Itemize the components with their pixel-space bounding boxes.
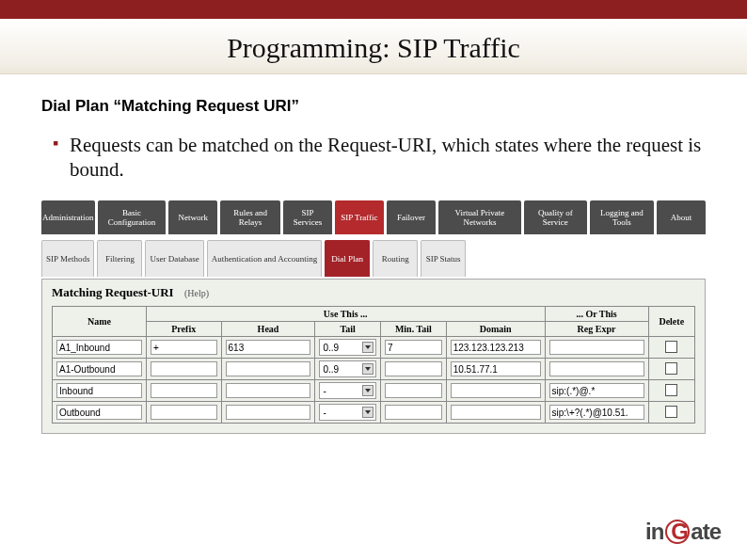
nav-failover[interactable]: Failover bbox=[387, 200, 436, 234]
regexpr-input[interactable] bbox=[549, 361, 644, 376]
domain-input[interactable] bbox=[451, 405, 541, 420]
col-prefix: Prefix bbox=[146, 322, 221, 337]
embedded-admin-ui: Administration Basic Configuration Netwo… bbox=[41, 200, 706, 434]
tab-filtering[interactable]: Filtering bbox=[97, 240, 142, 277]
delete-checkbox[interactable] bbox=[665, 406, 677, 418]
request-uri-table: Name Use This ... ... Or This Delete Pre… bbox=[52, 306, 695, 424]
tab-sip-status[interactable]: SIP Status bbox=[421, 240, 466, 277]
domain-input[interactable] bbox=[451, 340, 541, 355]
nav-administration[interactable]: Administration bbox=[41, 200, 95, 234]
col-group-use-this: Use This ... bbox=[146, 307, 545, 322]
head-input[interactable] bbox=[226, 383, 311, 398]
logo-suffix: ate bbox=[691, 519, 721, 544]
prefix-input[interactable] bbox=[151, 383, 217, 398]
tail-select[interactable]: 0..9 bbox=[319, 339, 376, 356]
tab-sip-methods[interactable]: SIP Methods bbox=[41, 240, 94, 277]
panel-title: Matching Request-URI (Help) bbox=[52, 285, 695, 300]
bullet-item: ▪ Requests can be matched on the Request… bbox=[53, 133, 706, 182]
logo-prefix: in bbox=[645, 519, 663, 544]
name-input[interactable] bbox=[56, 340, 142, 355]
slide-subtitle: Dial Plan “Matching Request URI” bbox=[41, 97, 706, 116]
col-name: Name bbox=[53, 307, 147, 337]
min-tail-input[interactable] bbox=[385, 383, 442, 398]
matching-request-uri-panel: Matching Request-URI (Help) Name Use Thi… bbox=[41, 279, 706, 434]
nav-vpn[interactable]: Virtual Private Networks bbox=[438, 200, 521, 234]
col-delete: Delete bbox=[648, 307, 694, 337]
delete-checkbox[interactable] bbox=[665, 341, 677, 353]
name-input[interactable] bbox=[56, 383, 142, 398]
table-row: 0..9 bbox=[53, 359, 695, 380]
bullet-marker-icon: ▪ bbox=[53, 133, 70, 182]
min-tail-input[interactable] bbox=[385, 405, 442, 420]
tab-user-database[interactable]: User Database bbox=[145, 240, 203, 277]
regexpr-input[interactable] bbox=[549, 340, 644, 355]
nav-sip-traffic[interactable]: SIP Traffic bbox=[335, 200, 384, 234]
nav-basic-configuration[interactable]: Basic Configuration bbox=[98, 200, 167, 234]
nav-network[interactable]: Network bbox=[168, 200, 217, 234]
slide-top-bar bbox=[0, 0, 747, 19]
min-tail-input[interactable] bbox=[385, 340, 442, 355]
nav-qos[interactable]: Quality of Service bbox=[524, 200, 587, 234]
tail-select[interactable]: - bbox=[319, 404, 376, 421]
slide-content: Dial Plan “Matching Request URI” ▪ Reque… bbox=[0, 74, 747, 434]
secondary-nav: SIP Methods Filtering User Database Auth… bbox=[41, 240, 706, 277]
col-group-or-this: ... Or This bbox=[545, 307, 648, 322]
regexpr-input[interactable] bbox=[549, 383, 644, 398]
prefix-input[interactable] bbox=[151, 340, 217, 355]
prefix-input[interactable] bbox=[151, 361, 217, 376]
tab-auth-accounting[interactable]: Authentication and Accounting bbox=[207, 240, 322, 277]
slide-title-band: Programming: SIP Traffic bbox=[0, 19, 747, 74]
col-head: Head bbox=[221, 322, 315, 337]
nav-logging-tools[interactable]: Logging and Tools bbox=[590, 200, 654, 234]
bullet-text: Requests can be matched on the Request-U… bbox=[70, 133, 706, 182]
col-min-tail: Min. Tail bbox=[381, 322, 447, 337]
regexpr-input[interactable] bbox=[549, 405, 644, 420]
tail-select[interactable]: - bbox=[319, 382, 376, 399]
prefix-input[interactable] bbox=[151, 405, 217, 420]
help-link[interactable]: (Help) bbox=[184, 288, 209, 298]
delete-checkbox[interactable] bbox=[665, 384, 677, 396]
name-input[interactable] bbox=[56, 361, 142, 376]
col-tail: Tail bbox=[315, 322, 381, 337]
head-input[interactable] bbox=[226, 340, 311, 355]
nav-about[interactable]: About bbox=[657, 200, 706, 234]
min-tail-input[interactable] bbox=[385, 361, 442, 376]
nav-sip-services[interactable]: SIP Services bbox=[283, 200, 332, 234]
head-input[interactable] bbox=[226, 361, 311, 376]
nav-rules-relays[interactable]: Rules and Relays bbox=[220, 200, 280, 234]
table-row: 0..9 bbox=[53, 337, 695, 359]
tab-routing[interactable]: Routing bbox=[373, 240, 418, 277]
table-row: - bbox=[53, 380, 695, 402]
col-domain: Domain bbox=[446, 322, 545, 337]
tail-select[interactable]: 0..9 bbox=[319, 360, 376, 377]
domain-input[interactable] bbox=[451, 361, 541, 376]
domain-input[interactable] bbox=[451, 383, 541, 398]
delete-checkbox[interactable] bbox=[665, 362, 677, 375]
tab-dial-plan[interactable]: Dial Plan bbox=[325, 240, 370, 277]
primary-nav: Administration Basic Configuration Netwo… bbox=[41, 200, 706, 234]
ingate-logo: inGate bbox=[645, 519, 721, 545]
head-input[interactable] bbox=[226, 405, 311, 420]
panel-title-text: Matching Request-URI bbox=[52, 285, 174, 299]
logo-g-icon: G bbox=[665, 520, 690, 544]
table-row: - bbox=[53, 402, 695, 424]
col-reg-expr: Reg Expr bbox=[545, 322, 648, 337]
slide-title: Programming: SIP Traffic bbox=[0, 32, 747, 64]
name-input[interactable] bbox=[56, 405, 142, 420]
